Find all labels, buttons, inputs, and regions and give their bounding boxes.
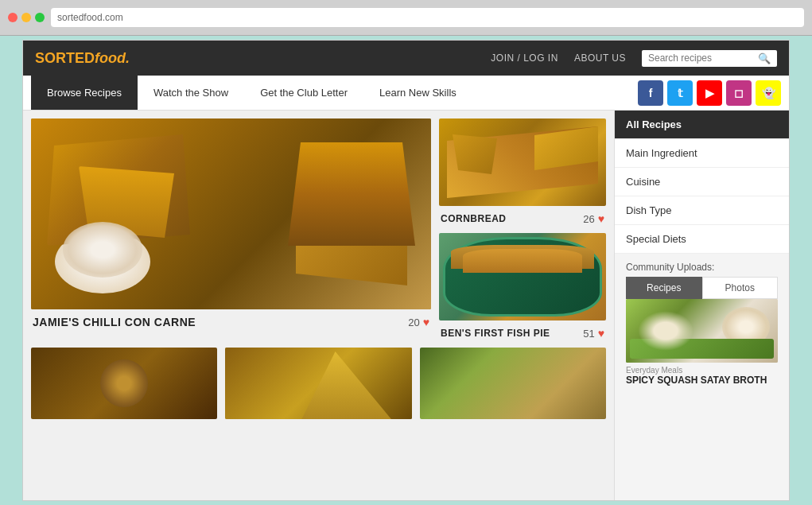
site-logo[interactable]: SORTEDfood. bbox=[35, 50, 130, 67]
search-icon: 🔍 bbox=[758, 52, 771, 64]
food-triangle bbox=[290, 352, 402, 419]
food-circle bbox=[100, 359, 148, 407]
fishpie-heart-icon: ♥ bbox=[598, 327, 604, 340]
community-green-accent bbox=[630, 339, 774, 359]
cornbread-title: CORNBREAD bbox=[441, 213, 507, 224]
about-us-link[interactable]: ABOUT US bbox=[574, 52, 626, 64]
sidebar-item-special-diets[interactable]: Special Diets bbox=[615, 225, 789, 254]
bottom-recipe-2[interactable] bbox=[225, 348, 411, 419]
community-tab-photos[interactable]: Photos bbox=[702, 277, 779, 299]
header-nav: JOIN / LOG IN ABOUT US bbox=[491, 52, 626, 64]
community-tabs: Recipes Photos bbox=[626, 277, 778, 299]
secondary-recipes-stack: CORNBREAD 26 ♥ bbox=[439, 118, 606, 340]
cornbread-image bbox=[439, 118, 606, 206]
sidebar-item-cuisine[interactable]: Cuisine bbox=[615, 168, 789, 196]
featured-recipe-image bbox=[31, 118, 431, 309]
community-tab-recipes[interactable]: Recipes bbox=[626, 277, 702, 299]
featured-recipe-info: JAMIE'S CHILLI CON CARNE 20 ♥ bbox=[31, 316, 431, 328]
join-login-link[interactable]: JOIN / LOG IN bbox=[491, 52, 558, 64]
fishpie-bg bbox=[439, 233, 606, 320]
youtube-icon[interactable]: ▶ bbox=[697, 80, 722, 106]
cornbread-slice bbox=[534, 126, 598, 170]
bowl-shape bbox=[63, 222, 142, 278]
page-wrapper: SORTEDfood. JOIN / LOG IN ABOUT US 🔍 Bro… bbox=[22, 40, 790, 501]
community-recipe-card[interactable]: Everyday Meals SPICY SQUASH SATAY BROTH bbox=[626, 299, 778, 386]
community-recipe-title: SPICY SQUASH SATAY BROTH bbox=[626, 375, 778, 386]
main-content: JAMIE'S CHILLI CON CARNE 20 ♥ bbox=[23, 111, 789, 500]
featured-recipe-likes: 20 ♥ bbox=[408, 316, 429, 328]
bottom-recipe-row bbox=[31, 348, 606, 419]
browser-chrome: sortedfood.com bbox=[0, 0, 812, 36]
tab-watch-show[interactable]: Watch the Show bbox=[138, 76, 244, 110]
site-header: SORTEDfood. JOIN / LOG IN ABOUT US 🔍 bbox=[23, 41, 789, 76]
snapchat-icon[interactable]: 👻 bbox=[756, 80, 781, 106]
community-section: Community Uploads: bbox=[615, 254, 789, 277]
sidebar-item-all-recipes[interactable]: All Recipes bbox=[615, 111, 789, 139]
fishpie-recipe-card[interactable]: BEN'S FIRST FISH PIE 51 ♥ bbox=[439, 233, 606, 340]
sidebar-menu: All Recipes Main Ingredient Cuisine Dish… bbox=[615, 111, 789, 254]
featured-recipe-title: JAMIE'S CHILLI CON CARNE bbox=[33, 316, 196, 328]
close-dot[interactable] bbox=[8, 13, 17, 22]
facebook-icon[interactable]: f bbox=[638, 80, 663, 106]
logo-food: food. bbox=[95, 50, 130, 66]
cornbread-info: CORNBREAD 26 ♥ bbox=[439, 212, 606, 225]
search-input[interactable] bbox=[648, 52, 754, 64]
fishpie-likes: 51 ♥ bbox=[583, 327, 604, 340]
bottom-recipe-3[interactable] bbox=[420, 348, 606, 419]
address-bar[interactable]: sortedfood.com bbox=[51, 8, 804, 27]
bottom-recipe-3-bg bbox=[420, 348, 606, 419]
tab-club-letter[interactable]: Get the Club Letter bbox=[244, 76, 363, 110]
social-icons-group: f 𝕥 ▶ ◻ 👻 bbox=[638, 80, 781, 106]
community-img-bg bbox=[626, 299, 778, 363]
search-bar[interactable]: 🔍 bbox=[642, 50, 777, 67]
maximize-dot[interactable] bbox=[35, 13, 45, 22]
community-label: Community Uploads: bbox=[626, 262, 714, 273]
fishpie-top bbox=[451, 245, 594, 269]
community-recipe-category: Everyday Meals bbox=[626, 366, 778, 375]
sidebar-item-dish-type[interactable]: Dish Type bbox=[615, 196, 789, 225]
address-text: sortedfood.com bbox=[57, 12, 123, 23]
minimize-dot[interactable] bbox=[21, 13, 31, 22]
cornbread-recipe-card[interactable]: CORNBREAD 26 ♥ bbox=[439, 118, 606, 225]
fishpie-likes-count: 51 bbox=[583, 328, 594, 340]
fishpie-title: BEN'S FIRST FISH PIE bbox=[441, 328, 550, 339]
featured-recipe-card[interactable]: JAMIE'S CHILLI CON CARNE 20 ♥ bbox=[31, 118, 431, 340]
instagram-icon[interactable]: ◻ bbox=[726, 80, 752, 106]
nav-tabs-bar: Browse Recipes Watch the Show Get the Cl… bbox=[23, 76, 789, 111]
cornbread-likes: 26 ♥ bbox=[583, 212, 604, 225]
twitter-icon[interactable]: 𝕥 bbox=[667, 80, 693, 106]
bottom-recipe-1-bg bbox=[31, 348, 217, 419]
window-controls bbox=[8, 13, 45, 22]
cornbread-slice-2 bbox=[447, 134, 503, 174]
heart-icon: ♥ bbox=[423, 316, 429, 328]
featured-likes-count: 20 bbox=[408, 317, 419, 328]
cornbread-likes-count: 26 bbox=[583, 213, 594, 225]
community-recipe-image bbox=[626, 299, 778, 363]
tab-browse-recipes[interactable]: Browse Recipes bbox=[31, 76, 138, 110]
fishpie-image bbox=[439, 233, 606, 320]
cornbread-bg bbox=[439, 118, 606, 206]
fishpie-info: BEN'S FIRST FISH PIE 51 ♥ bbox=[439, 327, 606, 340]
recipe-grid-top: JAMIE'S CHILLI CON CARNE 20 ♥ bbox=[31, 118, 606, 340]
bottom-recipe-2-bg bbox=[225, 348, 411, 419]
cornbread-heart-icon: ♥ bbox=[598, 212, 604, 225]
tab-learn-skills[interactable]: Learn New Skills bbox=[363, 76, 472, 110]
bread-shape bbox=[296, 206, 407, 286]
featured-recipe-bg bbox=[31, 118, 431, 309]
sidebar-item-main-ingredient[interactable]: Main Ingredient bbox=[615, 139, 789, 168]
bottom-recipe-1[interactable] bbox=[31, 348, 217, 419]
sidebar: All Recipes Main Ingredient Cuisine Dish… bbox=[614, 111, 789, 500]
recipe-content-area: JAMIE'S CHILLI CON CARNE 20 ♥ bbox=[23, 111, 614, 500]
logo-sorted: SORTED bbox=[35, 50, 95, 66]
